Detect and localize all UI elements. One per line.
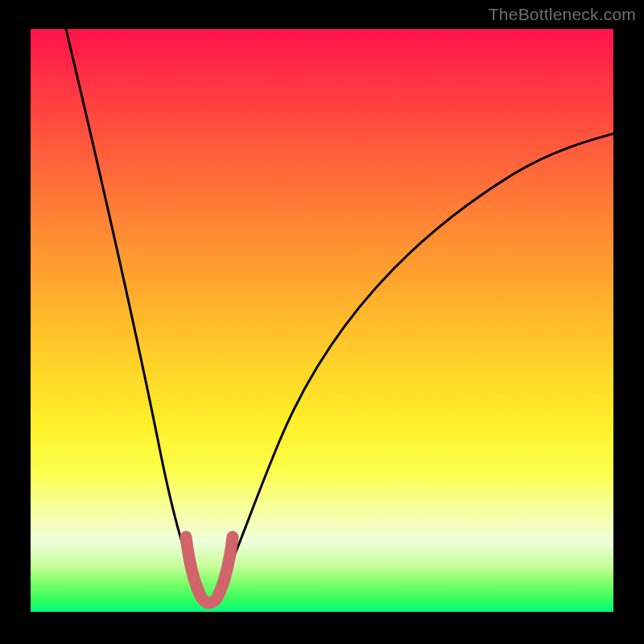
outer-frame: TheBottleneck.com xyxy=(0,0,644,644)
curve-highlight xyxy=(186,537,233,603)
chart-svg xyxy=(31,29,613,612)
watermark-text: TheBottleneck.com xyxy=(489,5,636,24)
plot-area xyxy=(31,29,613,612)
curve-main xyxy=(66,29,613,605)
